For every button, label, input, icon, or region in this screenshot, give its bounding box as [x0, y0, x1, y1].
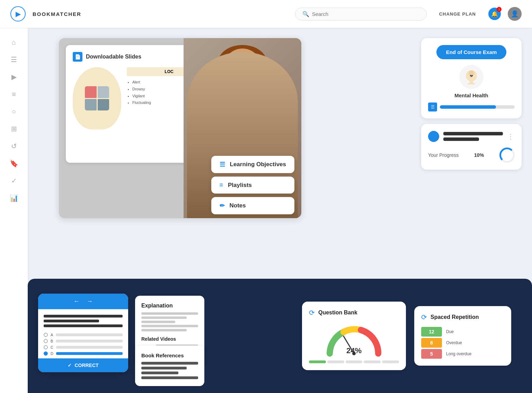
brand-name: BOOKMATCHER [33, 11, 81, 17]
floating-menu: ☰ Learning Objectives ≡ Playlists ✏ Note… [211, 156, 295, 214]
notes-icon: ✏ [220, 202, 225, 209]
exam-progress-row: ☰ [428, 102, 515, 111]
book-references-title: Book References [141, 352, 198, 358]
expl-line-3 [141, 321, 175, 323]
gauge-bar-grey2 [346, 360, 363, 363]
label-long-overdue: Long overdue [446, 349, 471, 359]
spaced-repetition-title: Spaced Repetition [431, 314, 479, 320]
quiz-bar-d [56, 352, 123, 355]
slides-doc-icon: 📄 [73, 52, 82, 62]
correct-label: CORRECT [74, 363, 98, 368]
svg-rect-4 [468, 83, 475, 84]
related-videos-title: Related Videos [141, 336, 198, 342]
mental-health-title: Mental Health [428, 92, 515, 98]
head-figure [73, 67, 121, 129]
bar-item-overdue: 8 [421, 338, 442, 348]
sidebar-item-table[interactable]: ⊞ [6, 121, 21, 136]
spaced-repetition-header: ⟳ Spaced Repetition [421, 313, 504, 321]
quiz-line-2 [44, 320, 99, 322]
quiz-radio-a [44, 333, 48, 337]
playlists-button[interactable]: ≡ Playlists [211, 177, 295, 194]
book-line-3 [141, 372, 178, 374]
quiz-label-d: D [51, 351, 53, 356]
progress-donut [499, 148, 515, 163]
bar-item-long-overdue: 5 [421, 349, 442, 359]
quiz-question-lines [38, 309, 128, 333]
quiz-prev-button[interactable]: ← [73, 298, 80, 305]
gauge-bar-grey4 [382, 360, 399, 363]
gauge-percentage: 24% [346, 346, 362, 355]
question-bank-header: ⟳ Question Bank [309, 309, 399, 317]
gauge-container: 24% [309, 322, 399, 357]
quiz-bar-c [56, 346, 123, 349]
quiz-label-a: A [51, 333, 53, 337]
quiz-option-c[interactable]: C [44, 345, 123, 349]
playlists-label: Playlists [228, 182, 252, 189]
puzzle-pieces [85, 86, 109, 110]
expl-line-5 [141, 329, 187, 331]
quiz-options: A B C D [38, 333, 128, 358]
your-progress-row: Your Progress 10% [428, 148, 515, 163]
your-progress-pct: 10% [474, 152, 484, 158]
bar-due: 12 [421, 327, 442, 337]
spaced-repetition-card: ⟳ Spaced Repetition 12 8 5 Due [414, 306, 511, 366]
topnav: ▶ BOOKMATCHER 🔍 CHANGE PLAN 🔔 1 👤 [0, 0, 532, 28]
book-line-4 [141, 376, 198, 379]
quiz-bar-b [56, 340, 123, 342]
three-dots-icon[interactable]: ⋮ [507, 132, 515, 141]
svg-rect-3 [470, 80, 473, 83]
bar-long-overdue: 5 [421, 349, 442, 359]
sidebar-item-list[interactable]: ≡ [6, 87, 21, 102]
quiz-bar-a [56, 333, 123, 336]
quiz-option-b[interactable]: B [44, 339, 123, 343]
end-of-course-exam-button[interactable]: End of Course Exam [436, 45, 507, 59]
quiz-label-c: C [51, 345, 53, 349]
notes-button[interactable]: ✏ Notes [211, 197, 295, 214]
search-input[interactable] [312, 11, 419, 17]
sidebar-item-document[interactable]: ☰ [6, 52, 21, 67]
book-line-1 [141, 362, 198, 365]
question-bank-title: Question Bank [318, 310, 357, 316]
bar-labels: Due Overdue Long overdue [446, 327, 471, 359]
sidebar: ⌂ ☰ ▶ ≡ ○ ⊞ ↺ 🔖 ✓ 📊 [0, 28, 28, 393]
book-line-2 [141, 367, 187, 369]
spaced-repetition-icon: ⟳ [421, 313, 427, 321]
sidebar-item-tasks[interactable]: ✓ [6, 173, 21, 188]
label-overdue: Overdue [446, 338, 471, 348]
exam-progress-bar-bg [440, 105, 515, 109]
slides-title: Downloadable Slides [86, 54, 141, 60]
sidebar-item-video[interactable]: ▶ [6, 69, 21, 84]
book-lines [141, 362, 198, 379]
progress-card-top: ⋮ [428, 131, 515, 142]
search-box[interactable]: 🔍 [295, 8, 427, 20]
svg-text:❤: ❤ [470, 74, 473, 79]
main-content: 📄 Downloadable Slides LOC Alert [28, 28, 532, 393]
quiz-label-b: B [51, 339, 53, 343]
sidebar-item-home[interactable]: ⌂ [6, 35, 21, 50]
quiz-radio-b [44, 339, 48, 343]
sidebar-item-search[interactable]: ○ [6, 104, 21, 119]
bar-chart: 12 8 5 [421, 327, 442, 359]
quiz-line-1 [44, 315, 123, 318]
mental-health-icon: ❤ [459, 65, 484, 89]
change-plan-button[interactable]: CHANGE PLAN [434, 11, 481, 17]
bar-overdue: 8 [421, 338, 442, 348]
quiz-option-d[interactable]: D [44, 351, 123, 356]
notification-icon[interactable]: 🔔 1 [488, 8, 501, 20]
sidebar-item-history[interactable]: ↺ [6, 139, 21, 154]
quiz-option-a[interactable]: A [44, 333, 123, 337]
quiz-line-3 [44, 324, 123, 327]
logo-icon[interactable]: ▶ [10, 6, 26, 21]
notes-label: Notes [230, 202, 246, 209]
video-area: 📄 Downloadable Slides LOC Alert [59, 38, 301, 218]
explanation-title: Explanation [141, 303, 198, 309]
spaced-chart: 12 8 5 Due Overdue Long overdue [421, 327, 504, 359]
quiz-next-button[interactable]: → [87, 298, 93, 305]
sidebar-item-bookmark[interactable]: 🔖 [6, 156, 21, 171]
expl-line-1 [141, 312, 198, 315]
learning-objectives-button[interactable]: ☰ Learning Objectives [211, 156, 295, 173]
sidebar-item-chart[interactable]: 📊 [6, 190, 21, 206]
gauge-bar-grey3 [364, 360, 381, 363]
avatar[interactable]: 👤 [508, 7, 522, 21]
gauge-bars [309, 360, 399, 363]
